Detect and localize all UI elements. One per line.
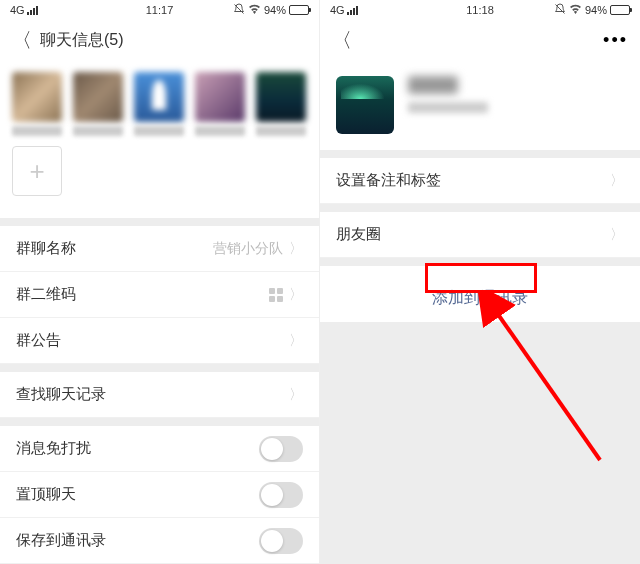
nav-bar: 〈 聊天信息(5) <box>0 20 319 60</box>
row-label: 设置备注和标签 <box>336 171 441 190</box>
profile-avatar[interactable] <box>336 76 394 134</box>
moments-row[interactable]: 朋友圈 〉 <box>320 212 640 258</box>
add-to-contacts-label: 添加到通讯录 <box>422 284 538 313</box>
chevron-right-icon: 〉 <box>610 172 624 190</box>
dnd-row: 消息免打扰 <box>0 426 319 472</box>
group-name-value: 营销小分队 <box>213 240 283 258</box>
member-grid: + <box>0 60 319 218</box>
network-label: 4G <box>330 4 345 16</box>
divider <box>320 258 640 266</box>
more-button[interactable]: ••• <box>603 30 628 51</box>
profile-screen: 4G 11:18 94% 〈 ••• 设置备注和标签 〉 <box>320 0 640 564</box>
pin-toggle[interactable] <box>259 482 303 508</box>
row-label: 查找聊天记录 <box>16 385 106 404</box>
dnd-toggle[interactable] <box>259 436 303 462</box>
battery-icon <box>289 5 309 15</box>
member-item[interactable] <box>256 72 306 136</box>
row-label: 朋友圈 <box>336 225 381 244</box>
profile-header <box>320 60 640 150</box>
chevron-right-icon: 〉 <box>289 240 303 258</box>
row-label: 群二维码 <box>16 285 76 304</box>
add-to-contacts-button[interactable]: 添加到通讯录 <box>320 274 640 322</box>
clock: 11:18 <box>466 4 494 16</box>
back-button[interactable]: 〈 <box>12 27 32 54</box>
chevron-right-icon: 〉 <box>289 386 303 404</box>
row-label: 保存到通讯录 <box>16 531 106 550</box>
row-label: 群公告 <box>16 331 61 350</box>
signal-icon <box>27 6 38 15</box>
profile-name <box>408 76 458 94</box>
avatar <box>12 72 62 122</box>
group-qr-row[interactable]: 群二维码 〉 <box>0 272 319 318</box>
save-contacts-row: 保存到通讯录 <box>0 518 319 564</box>
avatar <box>195 72 245 122</box>
divider <box>0 418 319 426</box>
battery-text: 94% <box>585 4 607 16</box>
remark-row[interactable]: 设置备注和标签 〉 <box>320 158 640 204</box>
mute-icon <box>233 3 245 17</box>
search-history-row[interactable]: 查找聊天记录 〉 <box>0 372 319 418</box>
avatar <box>134 72 184 122</box>
row-label: 群聊名称 <box>16 239 76 258</box>
member-name <box>134 126 184 136</box>
group-notice-row[interactable]: 群公告 〉 <box>0 318 319 364</box>
profile-subtitle <box>408 102 488 113</box>
divider <box>320 204 640 212</box>
signal-icon <box>347 6 358 15</box>
pin-row: 置顶聊天 <box>0 472 319 518</box>
nav-bar: 〈 ••• <box>320 20 640 60</box>
clock: 11:17 <box>146 4 174 16</box>
row-label: 消息免打扰 <box>16 439 91 458</box>
mute-icon <box>554 3 566 17</box>
member-name <box>256 126 306 136</box>
status-bar: 4G 11:17 94% <box>0 0 319 20</box>
avatar <box>73 72 123 122</box>
divider <box>320 150 640 158</box>
group-name-row[interactable]: 群聊名称 营销小分队〉 <box>0 226 319 272</box>
divider <box>0 218 319 226</box>
save-toggle[interactable] <box>259 528 303 554</box>
member-name <box>12 126 62 136</box>
wifi-icon <box>248 4 261 16</box>
member-name <box>73 126 123 136</box>
member-name <box>195 126 245 136</box>
chevron-right-icon: 〉 <box>289 332 303 350</box>
empty-area <box>320 322 640 564</box>
divider <box>0 364 319 372</box>
add-member-button[interactable]: + <box>12 146 62 196</box>
member-item[interactable] <box>195 72 245 136</box>
chevron-right-icon: 〉 <box>289 286 303 304</box>
status-bar: 4G 11:18 94% <box>320 0 640 20</box>
member-item[interactable] <box>73 72 123 136</box>
page-title: 聊天信息(5) <box>40 30 124 51</box>
back-button[interactable]: 〈 <box>332 27 352 54</box>
qr-icon <box>269 288 283 302</box>
member-item[interactable] <box>12 72 62 136</box>
row-label: 置顶聊天 <box>16 485 76 504</box>
chevron-right-icon: 〉 <box>610 226 624 244</box>
battery-text: 94% <box>264 4 286 16</box>
member-item[interactable] <box>134 72 184 136</box>
chat-info-screen: 4G 11:17 94% 〈 聊天信息(5) + <box>0 0 320 564</box>
network-label: 4G <box>10 4 25 16</box>
avatar <box>256 72 306 122</box>
wifi-icon <box>569 4 582 16</box>
battery-icon <box>610 5 630 15</box>
